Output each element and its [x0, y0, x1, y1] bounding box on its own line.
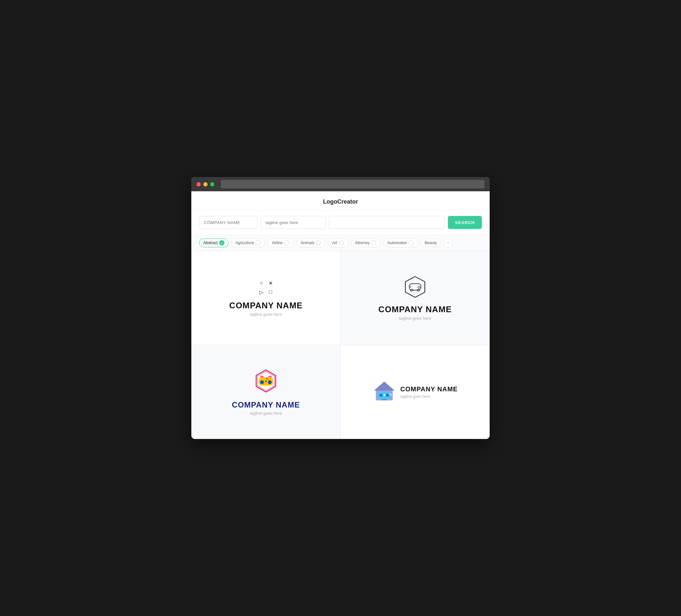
logo-card-1[interactable]: ○ ✕ ▷ □ COMPANY NAME tagline goes here: [191, 251, 340, 345]
filter-label: Abstract: [203, 240, 218, 245]
close-button[interactable]: [197, 182, 201, 186]
filter-next-button[interactable]: →: [444, 238, 453, 247]
svg-marker-0: [405, 277, 425, 297]
triangle-icon: ▷: [257, 288, 265, 296]
filter-label: Animals: [301, 240, 314, 245]
logo-grid: ○ ✕ ▷ □ COMPANY NAME tagline goes here: [191, 251, 490, 439]
x-icon: ✕: [267, 279, 274, 287]
filter-chip-attorney[interactable]: Attorney: [351, 238, 381, 247]
logo4-text: COMPANY NAME tagline goes here: [401, 385, 458, 399]
square-icon: □: [267, 288, 274, 296]
browser-content: LogoCreator SEARCH Abstract ✓ Agricultur…: [191, 191, 490, 439]
filter-label: Airline: [272, 240, 282, 245]
check-icon: [255, 240, 261, 246]
filter-label: Art: [332, 240, 337, 245]
svg-point-5: [420, 287, 421, 288]
logo1-icon: ○ ✕ ▷ □: [257, 279, 274, 296]
svg-point-27: [379, 393, 383, 397]
company-name-input[interactable]: [199, 216, 257, 229]
svg-point-20: [267, 379, 269, 380]
minimize-button[interactable]: [203, 182, 207, 186]
svg-marker-23: [375, 382, 394, 391]
search-bar: SEARCH: [191, 210, 490, 235]
check-icon: ✓: [219, 240, 224, 246]
check-icon: [371, 240, 376, 246]
filter-label: Agriculture: [235, 240, 254, 245]
logo3-company-name: COMPANY NAME: [232, 401, 300, 409]
address-bar: [221, 180, 484, 188]
logo-card-3[interactable]: COMPANY NAME tagline goes here: [191, 345, 340, 439]
svg-rect-21: [260, 376, 263, 377]
maximize-button[interactable]: [210, 182, 215, 186]
logo2-icon: [403, 275, 427, 300]
app-header: LogoCreator: [191, 191, 490, 210]
svg-point-16: [269, 381, 271, 383]
logo4-icon: [373, 380, 396, 404]
logo3-icon: [254, 369, 278, 396]
filter-label: Automotive: [387, 240, 407, 245]
filter-chip-automotive[interactable]: Automotive: [383, 238, 418, 247]
filter-chip-animals[interactable]: Animals: [296, 238, 326, 247]
logo4-tagline: tagline goes here: [401, 394, 458, 399]
svg-point-14: [261, 381, 263, 383]
svg-rect-30: [384, 393, 385, 396]
logo3-tagline: tagline goes here: [250, 411, 282, 416]
filter-chip-airline[interactable]: Airline: [268, 238, 294, 247]
filter-chip-agriculture[interactable]: Agriculture: [231, 238, 265, 247]
app-title: LogoCreator: [323, 199, 358, 205]
circle-icon: ○: [257, 279, 265, 287]
filter-chip-beauty[interactable]: Beauty: [421, 239, 441, 247]
logo-card-2[interactable]: COMPANY NAME tagline goes here: [340, 251, 490, 345]
logo4-company-name: COMPANY NAME: [401, 385, 458, 393]
svg-point-31: [389, 393, 390, 394]
logo2-tagline: tagline goes here: [399, 316, 431, 320]
logo-card-4[interactable]: COMPANY NAME tagline goes here: [340, 345, 490, 439]
filter-chip-art[interactable]: Art: [328, 238, 348, 247]
extra-search-input[interactable]: [329, 216, 445, 229]
svg-point-6: [419, 288, 420, 289]
filter-label: Attorney: [355, 240, 370, 245]
svg-point-4: [419, 286, 420, 287]
svg-rect-22: [269, 376, 272, 377]
check-icon: [339, 240, 344, 246]
check-icon: [284, 240, 289, 246]
filter-bar: Abstract ✓ Agriculture Airline Animals A…: [191, 235, 490, 251]
svg-point-28: [386, 393, 389, 397]
search-button[interactable]: SEARCH: [448, 216, 482, 229]
filter-chip-abstract[interactable]: Abstract ✓: [199, 238, 229, 247]
svg-rect-18: [266, 380, 266, 382]
svg-point-32: [390, 394, 392, 395]
svg-point-7: [418, 287, 419, 288]
browser-titlebar: [191, 177, 490, 191]
logo1-tagline: tagline goes here: [250, 312, 282, 317]
browser-window: LogoCreator SEARCH Abstract ✓ Agricultur…: [191, 177, 490, 439]
filter-label: Beauty: [425, 240, 437, 245]
svg-point-19: [266, 378, 267, 379]
logo1-company-name: COMPANY NAME: [229, 301, 303, 311]
check-icon: [409, 240, 414, 246]
tagline-input[interactable]: [261, 216, 326, 229]
check-icon: [316, 240, 321, 246]
logo4-layout: COMPANY NAME tagline goes here: [373, 380, 458, 404]
logo2-company-name: COMPANY NAME: [378, 304, 452, 314]
